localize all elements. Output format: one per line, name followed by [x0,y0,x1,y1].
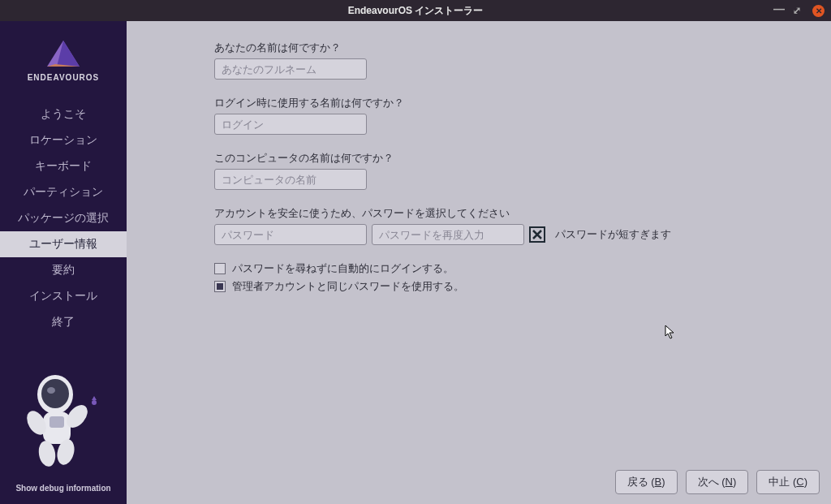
svg-rect-4 [50,416,64,428]
svg-point-1 [41,379,69,408]
login-label: ログイン時に使用する名前は何ですか？ [214,96,831,110]
cursor-icon [665,325,676,339]
hostname-input[interactable] [214,169,367,190]
password-input[interactable] [214,224,367,245]
svg-point-9 [92,400,97,405]
sidebar-item-keyboard[interactable]: キーボード [0,153,127,179]
next-button[interactable]: 次へ (N) [686,470,749,494]
password-confirm-input[interactable] [372,224,524,245]
sidebar-item-summary[interactable]: 要約 [0,257,127,283]
rootpw-checkbox[interactable] [214,281,226,292]
minimize-icon[interactable]: — [773,5,785,16]
sidebar-item-packages[interactable]: パッケージの選択 [0,205,127,231]
window-controls: — ⤢ ✕ [773,5,825,17]
cancel-button[interactable]: 中止 (C) [756,470,820,494]
logo: ENDEAVOUROS [28,37,100,82]
astronaut-image [11,360,116,477]
sidebar-item-location[interactable]: ロケーション [0,127,127,153]
debug-info-link[interactable]: Show debug information [15,484,110,493]
autologin-label: パスワードを尋ねずに自動的にログインする。 [232,261,454,276]
window-title: EndeavourOS インストーラー [348,4,484,18]
svg-point-2 [47,387,55,394]
maximize-icon[interactable]: ⤢ [793,5,804,16]
password-warning-icon [529,226,545,243]
logo-icon [44,37,83,70]
logo-text: ENDEAVOUROS [28,73,100,82]
footer-buttons: 戻る (B) 次へ (N) 中止 (C) [615,470,820,494]
close-icon[interactable]: ✕ [812,5,825,17]
sidebar-item-install[interactable]: インストール [0,283,127,309]
titlebar: EndeavourOS インストーラー — ⤢ ✕ [0,0,831,21]
back-button[interactable]: 戻る (B) [615,470,678,494]
hostname-label: このコンピュータの名前は何ですか？ [214,151,831,166]
fullname-input[interactable] [214,58,367,80]
main-content: あなたの名前は何ですか？ ログイン時に使用する名前は何ですか？ このコンピュータ… [127,21,831,504]
rootpw-label: 管理者アカウントと同じパスワードを使用する。 [232,279,464,294]
fullname-label: あなたの名前は何ですか？ [214,41,831,55]
sidebar-item-users[interactable]: ユーザー情報 [0,231,127,257]
password-warning-text: パスワードが短すぎます [555,227,671,242]
sidebar-item-partition[interactable]: パーティション [0,179,127,205]
sidebar-nav: ようこそ ロケーション キーボード パーティション パッケージの選択 ユーザー情… [0,101,127,335]
login-input[interactable] [214,114,367,135]
sidebar-item-welcome[interactable]: ようこそ [0,101,127,127]
sidebar: ENDEAVOUROS ようこそ ロケーション キーボード パーティション パッ… [0,21,127,504]
sidebar-item-finish[interactable]: 終了 [0,309,127,335]
password-label: アカウントを安全に使うため、パスワードを選択してください [214,206,831,221]
autologin-checkbox[interactable] [214,263,226,274]
